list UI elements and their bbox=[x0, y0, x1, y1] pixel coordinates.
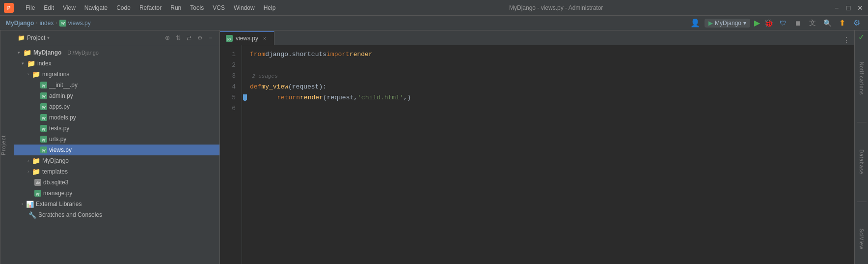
menu-file[interactable]: File bbox=[22, 2, 39, 13]
debug-button[interactable]: 🐞 bbox=[764, 18, 774, 28]
breadcrumb-folder[interactable]: index bbox=[40, 20, 54, 27]
run-button[interactable]: ▶ bbox=[754, 18, 760, 28]
menu-tools[interactable]: Tools bbox=[186, 2, 208, 13]
minimize-button[interactable]: − bbox=[833, 4, 841, 12]
window-title: MyDjango - views.py - Administrator bbox=[287, 4, 825, 11]
menu-navigate[interactable]: Navigate bbox=[81, 2, 111, 13]
init-name: __init__.py bbox=[49, 82, 78, 88]
project-dropdown-icon: ▾ bbox=[47, 35, 50, 40]
side-panel-label: Project bbox=[0, 30, 14, 264]
kw-import: import bbox=[326, 49, 350, 60]
tab-file-icon: py bbox=[226, 35, 233, 42]
settings-button[interactable]: ⚙ bbox=[851, 18, 862, 29]
tree-item-tests[interactable]: py tests.py bbox=[14, 123, 219, 134]
tree-item-urls[interactable]: py urls.py bbox=[14, 134, 219, 145]
run-config-dropdown-icon: ▾ bbox=[743, 20, 746, 27]
project-panel-label[interactable]: Project bbox=[0, 135, 6, 155]
profile-button[interactable]: 👤 bbox=[690, 18, 701, 29]
fn-params: (request): bbox=[288, 82, 326, 92]
stop-button[interactable]: ⏹ bbox=[792, 18, 803, 29]
maximize-button[interactable]: □ bbox=[844, 4, 852, 12]
tree-item-apps[interactable]: py apps.py bbox=[14, 101, 219, 112]
tree-item-index[interactable]: ▾ 📁 index bbox=[14, 58, 219, 69]
breadcrumb-toolbar: 👤 ▶ MyDjango ▾ ▶ 🐞 🛡 ⏹ 文 🔍 ⬆ ⚙ bbox=[690, 18, 862, 29]
menu-vcs[interactable]: VCS bbox=[209, 2, 229, 13]
search-button[interactable]: 🔍 bbox=[822, 18, 833, 29]
tree-item-db[interactable]: db db.sqlite3 bbox=[14, 177, 219, 188]
tree-item-manage[interactable]: py manage.py bbox=[14, 188, 219, 199]
tree-item-models[interactable]: py models.py bbox=[14, 112, 219, 123]
tree-item-external-libs[interactable]: › 📊 External Libraries bbox=[14, 199, 219, 209]
apps-file-icon: py bbox=[40, 103, 47, 110]
close-tab-button[interactable]: × bbox=[261, 35, 268, 42]
menu-refactor[interactable]: Refactor bbox=[136, 2, 165, 13]
manage-name: manage.py bbox=[43, 190, 72, 197]
menu-window[interactable]: Window bbox=[230, 2, 259, 13]
tree-item-scratches[interactable]: 🔧 Scratches and Consoles bbox=[14, 209, 219, 220]
menu-view[interactable]: View bbox=[59, 2, 80, 13]
file-tree: ▾ 📁 MyDjango D:\MyDjango ▾ 📁 index › 📁 m… bbox=[14, 45, 219, 264]
breadcrumb-bar: MyDjango › index › py views.py 👤 ▶ MyDja… bbox=[0, 16, 868, 30]
menu-run[interactable]: Run bbox=[166, 2, 185, 13]
urls-name: urls.py bbox=[49, 136, 66, 143]
folder-icon: 📁 bbox=[18, 34, 25, 41]
window-controls: − □ ✕ bbox=[833, 4, 864, 12]
locate-button[interactable]: ⊕ bbox=[163, 33, 172, 43]
run-configuration[interactable]: ▶ MyDjango ▾ bbox=[705, 19, 750, 28]
tree-settings-button[interactable]: ⚙ bbox=[195, 33, 205, 43]
collapse-button[interactable]: ⇅ bbox=[173, 33, 183, 43]
code-content[interactable]: from django.shortcuts import render 2 us… bbox=[242, 45, 854, 264]
update-button[interactable]: ⬆ bbox=[837, 18, 847, 29]
menu-edit[interactable]: Edit bbox=[40, 2, 58, 13]
kw-module: django.shortcuts bbox=[265, 49, 326, 60]
index-name: index bbox=[37, 60, 52, 67]
coverage-button[interactable]: 🛡 bbox=[778, 18, 788, 29]
tree-item-views[interactable]: py views.py bbox=[14, 145, 219, 155]
tab-more-button[interactable]: ⋮ bbox=[839, 35, 854, 45]
project-panel: 📁 Project ▾ ⊕ ⇅ ⇄ ⚙ − ▾ 📁 MyDjango D:\My… bbox=[14, 30, 220, 264]
tree-item-mydjango[interactable]: › 📁 MyDjango bbox=[14, 155, 219, 166]
run-config-name: MyDjango bbox=[715, 20, 741, 27]
tree-item-migrations[interactable]: › 📁 migrations bbox=[14, 69, 219, 80]
admin-file-icon: py bbox=[40, 92, 47, 99]
tree-root[interactable]: ▾ 📁 MyDjango D:\MyDjango bbox=[14, 47, 219, 58]
main-layout: Project 📁 Project ▾ ⊕ ⇅ ⇄ ⚙ − ▾ 📁 MyDjan… bbox=[0, 30, 868, 264]
fn-my-view: my_view bbox=[261, 82, 288, 92]
code-line-4: def my_view (request): bbox=[250, 82, 846, 92]
admin-name: admin.py bbox=[49, 92, 73, 99]
expand-button[interactable]: ⇄ bbox=[184, 33, 194, 43]
close-panel-button[interactable]: − bbox=[206, 33, 216, 43]
translate-button[interactable]: 文 bbox=[807, 18, 818, 29]
tab-name: views.py bbox=[236, 35, 258, 42]
apps-name: apps.py bbox=[49, 103, 70, 110]
render-paren-open: (request, bbox=[323, 92, 357, 103]
tree-item-templates[interactable]: › 📁 templates bbox=[14, 166, 219, 177]
init-file-icon: py bbox=[40, 82, 47, 88]
line-num-2: 2 bbox=[220, 60, 236, 71]
tree-item-init[interactable]: py __init__.py bbox=[14, 80, 219, 90]
breadcrumb-project[interactable]: MyDjango bbox=[6, 20, 34, 27]
editor-tab-views[interactable]: py views.py × bbox=[220, 31, 274, 45]
project-title[interactable]: 📁 Project ▾ bbox=[18, 34, 160, 41]
scratches-icon: 🔧 bbox=[28, 211, 36, 219]
code-line-6 bbox=[250, 103, 846, 114]
sciview-label[interactable]: SciView bbox=[859, 227, 864, 251]
project-toolbar: ⊕ ⇅ ⇄ ⚙ − bbox=[163, 33, 216, 43]
status-check-icon: ✓ bbox=[858, 32, 865, 42]
notifications-label[interactable]: Notifications bbox=[859, 60, 864, 97]
menu-code[interactable]: Code bbox=[112, 2, 135, 13]
migrations-expand-icon: › bbox=[27, 72, 29, 77]
mydjango-folder-icon: 📁 bbox=[32, 157, 40, 165]
breadcrumb-file[interactable]: py views.py bbox=[59, 20, 91, 27]
db-file-icon: db bbox=[34, 179, 41, 186]
tree-item-admin[interactable]: py admin.py bbox=[14, 90, 219, 101]
menu-help[interactable]: Help bbox=[260, 2, 280, 13]
run-config-icon: ▶ bbox=[708, 20, 713, 27]
close-button[interactable]: ✕ bbox=[856, 4, 864, 12]
database-label[interactable]: Database bbox=[859, 147, 864, 176]
root-path: D:\MyDjango bbox=[67, 50, 99, 56]
sidebar-divider-2 bbox=[857, 202, 867, 202]
kw-def: def bbox=[250, 82, 261, 92]
kw-return: return bbox=[277, 92, 300, 103]
line-num-4: 4 bbox=[220, 82, 236, 92]
